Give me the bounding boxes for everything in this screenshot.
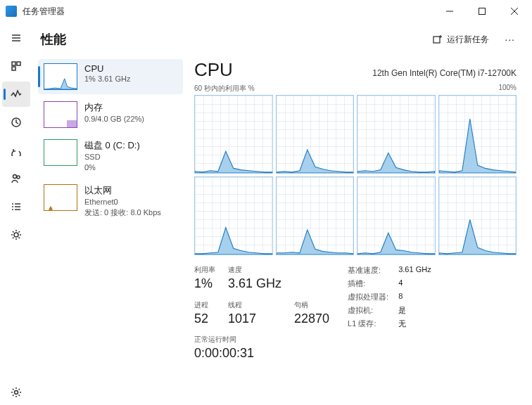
core-chart-4 xyxy=(194,176,273,255)
speed-value: 3.61 GHz xyxy=(228,276,281,291)
svg-rect-8 xyxy=(17,62,20,65)
resource-list: CPU1% 3.61 GHz 内存0.9/4.0 GB (22%) 磁盘 0 (… xyxy=(32,56,186,405)
l1-key: L1 缓存: xyxy=(348,319,388,329)
app-icon xyxy=(6,6,17,17)
maximize-button[interactable] xyxy=(466,0,498,22)
util-label: 利用率 xyxy=(194,265,215,275)
svg-marker-25 xyxy=(195,151,272,173)
uptime-label: 正常运行时间 xyxy=(194,335,517,345)
vm-val: 是 xyxy=(398,305,431,316)
chart-label-left: 60 秒内的利用率 % xyxy=(194,84,255,94)
net-sub: Ethernet0 发送: 0 接收: 8.0 Kbps xyxy=(84,197,161,218)
svg-marker-26 xyxy=(277,150,354,173)
svg-rect-7 xyxy=(12,62,15,65)
close-button[interactable] xyxy=(498,0,531,22)
cpu-model: 12th Gen Intel(R) Core(TM) i7-12700K xyxy=(372,68,517,78)
handle-value: 22870 xyxy=(294,311,329,326)
core-chart-5 xyxy=(276,176,355,255)
cpu-heading: CPU xyxy=(194,59,372,81)
core-chart-3 xyxy=(438,95,517,174)
memory-label: 内存 xyxy=(84,101,144,114)
core-chart-0 xyxy=(194,95,273,174)
app-title: 任务管理器 xyxy=(23,6,433,18)
nav-users[interactable] xyxy=(2,166,30,191)
handle-label: 句柄 xyxy=(294,300,329,310)
sockets-val: 4 xyxy=(398,278,431,289)
nav-processes[interactable] xyxy=(2,53,30,79)
uptime: 正常运行时间 0:00:00:31 xyxy=(194,335,517,361)
svg-marker-29 xyxy=(195,228,272,255)
proc-value: 52 xyxy=(194,311,215,326)
chart-label-right: 100% xyxy=(498,84,517,94)
core-chart-2 xyxy=(357,95,436,174)
nav-services[interactable] xyxy=(2,222,30,248)
nav-rail xyxy=(0,22,32,405)
vcpu-key: 虚拟处理器: xyxy=(348,292,388,302)
stats-right: 基准速度:3.61 GHz 插槽:4 虚拟处理器:8 虚拟机:是 L1 缓存:无 xyxy=(348,265,431,329)
sidebar-item-memory[interactable]: 内存0.9/4.0 GB (22%) xyxy=(38,97,183,132)
nav-settings[interactable] xyxy=(2,380,30,405)
core-chart-grid[interactable] xyxy=(194,95,517,255)
sidebar-item-ethernet[interactable]: 以太网Ethernet0 发送: 0 接收: 8.0 Kbps xyxy=(38,180,183,222)
nav-performance[interactable] xyxy=(2,82,30,107)
core-chart-6 xyxy=(357,176,436,255)
nav-startup[interactable] xyxy=(2,138,30,163)
vcpu-val: 8 xyxy=(398,292,431,302)
svg-marker-30 xyxy=(277,230,354,255)
sidebar-item-cpu[interactable]: CPU1% 3.61 GHz xyxy=(38,59,183,94)
svg-marker-32 xyxy=(439,220,517,255)
disk-sub: SSD 0% xyxy=(84,152,140,173)
vm-key: 虚拟机: xyxy=(348,305,388,316)
thread-label: 线程 xyxy=(228,300,281,310)
nav-history[interactable] xyxy=(2,110,30,135)
more-button[interactable]: ··· xyxy=(499,31,521,48)
minimize-button[interactable] xyxy=(433,0,466,22)
svg-marker-24 xyxy=(44,79,77,89)
window-controls xyxy=(433,0,531,22)
net-label: 以太网 xyxy=(84,184,161,197)
svg-rect-9 xyxy=(12,67,15,70)
cpu-label: CPU xyxy=(84,63,130,74)
svg-rect-1 xyxy=(479,8,486,15)
thread-value: 1017 xyxy=(228,311,281,326)
svg-rect-21 xyxy=(433,37,440,43)
svg-point-11 xyxy=(13,175,17,179)
speed-label: 速度 xyxy=(228,265,281,275)
l1-val: 无 xyxy=(398,319,431,329)
sidebar-item-disk[interactable]: 磁盘 0 (C: D:)SSD 0% xyxy=(38,135,183,177)
svg-point-20 xyxy=(15,391,18,394)
svg-marker-31 xyxy=(357,233,435,255)
util-value: 1% xyxy=(194,276,215,291)
svg-marker-28 xyxy=(439,119,517,173)
core-chart-1 xyxy=(276,95,355,174)
svg-point-12 xyxy=(17,176,20,179)
cpu-mini-chart xyxy=(44,63,77,90)
proc-label: 进程 xyxy=(194,300,215,310)
base-speed-val: 3.61 GHz xyxy=(398,265,431,276)
uptime-value: 0:00:00:31 xyxy=(194,346,517,361)
sockets-key: 插槽: xyxy=(348,278,388,289)
page-header: 性能 运行新任务 ··· xyxy=(32,22,532,56)
stats-left: 利用率1% 速度3.61 GHz 进程52 线程1017 句柄22870 xyxy=(194,265,329,329)
disk-label: 磁盘 0 (C: D:) xyxy=(84,139,140,152)
memory-sub: 0.9/4.0 GB (22%) xyxy=(84,114,144,124)
run-task-label: 运行新任务 xyxy=(447,34,489,46)
titlebar: 任务管理器 xyxy=(0,0,532,22)
memory-mini-chart xyxy=(44,101,77,128)
svg-marker-27 xyxy=(357,153,435,173)
main-panel: CPU 12th Gen Intel(R) Core(TM) i7-12700K… xyxy=(186,56,532,405)
nav-details[interactable] xyxy=(2,194,30,219)
core-chart-7 xyxy=(438,176,517,255)
run-task-icon xyxy=(433,34,443,44)
cpu-sub: 1% 3.61 GHz xyxy=(84,74,130,84)
net-mini-chart xyxy=(44,184,77,211)
disk-mini-chart xyxy=(44,139,77,166)
svg-point-19 xyxy=(14,233,18,237)
run-new-task-button[interactable]: 运行新任务 xyxy=(427,31,495,49)
hamburger-icon[interactable] xyxy=(2,25,30,51)
page-title: 性能 xyxy=(41,31,427,48)
base-speed-key: 基准速度: xyxy=(348,265,388,276)
